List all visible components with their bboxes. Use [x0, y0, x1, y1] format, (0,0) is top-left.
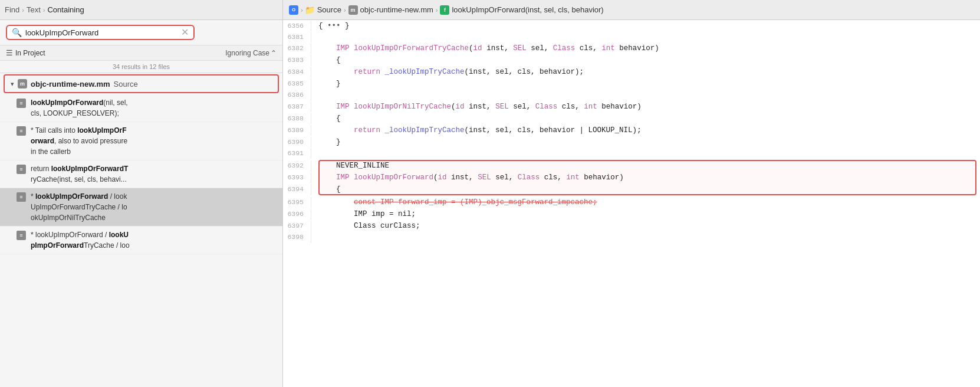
- line-number: 6381: [283, 32, 311, 42]
- code-line: 6390 }: [283, 136, 980, 148]
- sep-r2: ›: [344, 6, 346, 14]
- code-line: 6383 {: [283, 54, 980, 66]
- result-doc-icon: ≡: [17, 231, 26, 240]
- scope-case[interactable]: Ignoring Case ⌃: [225, 49, 277, 57]
- line-content: IMP lookUpImpOrNilTryCache(id inst, SEL …: [318, 101, 980, 113]
- code-line: 6385 }: [283, 78, 980, 90]
- results-list[interactable]: ▾ m objc-runtime-new.mm Source ≡ lookUpI…: [0, 73, 282, 387]
- line-number: 6391: [283, 148, 311, 159]
- line-number: 6382: [283, 43, 311, 54]
- result-text: * lookUpImpOrForward / lookUpImpOrForwar…: [31, 229, 130, 251]
- result-doc-icon: ≡: [17, 99, 26, 108]
- line-number: 6394: [283, 184, 311, 195]
- code-line: 6391: [283, 148, 980, 159]
- search-bar: 🔍 ✕: [0, 20, 282, 45]
- code-line: 6394 {: [283, 183, 976, 195]
- line-content: return _lookUpImpTryCache(inst, sel, cls…: [318, 66, 980, 78]
- highlight-region: 6392 NEVER_INLINE 6393 IMP lookUpImpOrFo…: [283, 160, 976, 195]
- search-input-wrap[interactable]: 🔍 ✕: [6, 25, 195, 40]
- breadcrumb-text[interactable]: Text: [27, 5, 41, 14]
- line-content: NEVER_INLINE: [318, 160, 976, 172]
- filename-label: objc-runtime-new.mm: [360, 5, 433, 14]
- scope-bar: ☰ In Project Ignoring Case ⌃: [0, 45, 282, 61]
- search-icon: 🔍: [12, 28, 22, 37]
- line-number: 6384: [283, 67, 311, 77]
- result-text: lookUpImpOrForward(nil, sel,cls, LOOKUP_…: [31, 97, 128, 119]
- code-editor-panel: 6356 { ••• } 6381 6382 IMP lookUpImpOrFo…: [283, 20, 980, 387]
- result-item[interactable]: ≡ * Tail calls into lookUpImpOrForward, …: [0, 122, 282, 160]
- search-input[interactable]: [25, 28, 177, 37]
- line-number: 6396: [283, 209, 311, 219]
- results-summary: 34 results in 12 files: [0, 61, 282, 73]
- code-line: 6395 const IMP forward_imp = (IMP)_objc_…: [283, 196, 980, 208]
- result-item[interactable]: ≡ * lookUpImpOrForward / lookUpImpOrForw…: [0, 188, 282, 227]
- file-group-header[interactable]: ▾ m objc-runtime-new.mm Source: [4, 74, 279, 93]
- line-number: 6389: [283, 125, 311, 136]
- line-content: {: [318, 183, 976, 195]
- search-results-panel: 🔍 ✕ ☰ In Project Ignoring Case ⌃ 34 resu…: [0, 20, 283, 387]
- breadcrumb-find[interactable]: Find: [5, 5, 19, 14]
- line-number: 6393: [283, 172, 311, 183]
- func-label: lookUpImpOrForward(inst, sel, cls, behav…: [452, 5, 603, 14]
- line-number: 6386: [283, 90, 311, 100]
- line-number: 6398: [283, 232, 311, 242]
- code-line: 6393 IMP lookUpImpOrForward(id inst, SEL…: [283, 172, 976, 183]
- folder-icon: 📁: [305, 5, 315, 15]
- m-icon: m: [348, 5, 358, 15]
- line-content: IMP lookUpImpOrForward(id inst, SEL sel,…: [318, 172, 976, 183]
- line-number: 6388: [283, 113, 311, 124]
- clear-icon[interactable]: ✕: [181, 28, 189, 37]
- line-content: { ••• }: [318, 20, 980, 32]
- scope-in-project[interactable]: ☰ In Project: [6, 48, 45, 57]
- line-content: const IMP forward_imp = (IMP)_objc_msgFo…: [318, 196, 980, 208]
- find-breadcrumb: Find › Text › Containing: [5, 5, 84, 14]
- objc-icon: O: [289, 5, 298, 15]
- code-rows-wrap: 6356 { ••• } 6381 6382 IMP lookUpImpOrFo…: [283, 20, 980, 243]
- result-doc-icon: ≡: [17, 192, 26, 202]
- line-number: 6387: [283, 101, 311, 112]
- sep-r1: ›: [301, 6, 303, 14]
- line-content: Class curClass;: [318, 220, 980, 232]
- code-line: 6381: [283, 32, 980, 42]
- line-number: 6385: [283, 78, 311, 89]
- line-content: {: [318, 113, 980, 124]
- result-text: * Tail calls into lookUpImpOrForward, al…: [31, 125, 127, 157]
- line-number: 6356: [283, 21, 311, 31]
- line-content: IMP imp = nil;: [318, 208, 980, 220]
- func-icon: f: [440, 5, 449, 15]
- result-item[interactable]: ≡ return lookUpImpOrForwardTryCache(inst…: [0, 160, 282, 188]
- sep-r3: ›: [436, 6, 438, 14]
- code-line: 6384 return _lookUpImpTryCache(inst, sel…: [283, 66, 980, 78]
- code-line: 6396 IMP imp = nil;: [283, 208, 980, 220]
- code-line: 6382 IMP lookUpImpOrForwardTryCache(id i…: [283, 42, 980, 54]
- result-item[interactable]: ≡ * lookUpImpOrForward / lookUpImpOrForw…: [0, 227, 282, 254]
- breadcrumb-right: O › 📁 Source › m objc-runtime-new.mm › f…: [283, 0, 980, 20]
- code-area[interactable]: 6356 { ••• } 6381 6382 IMP lookUpImpOrFo…: [283, 20, 980, 387]
- source-label: Source: [317, 5, 341, 14]
- code-line: 6392 NEVER_INLINE: [283, 160, 976, 172]
- result-text: return lookUpImpOrForwardTryCache(inst, …: [31, 163, 128, 185]
- breadcrumb-containing: Containing: [47, 5, 84, 14]
- sep2: ›: [43, 6, 45, 14]
- code-line: 6356 { ••• }: [283, 20, 980, 32]
- chevron-down-icon: ▾: [11, 80, 14, 88]
- code-line: 6388 {: [283, 113, 980, 124]
- scope-label: In Project: [15, 49, 45, 57]
- line-content: {: [318, 54, 980, 66]
- line-content: }: [318, 136, 980, 148]
- code-line: 6387 IMP lookUpImpOrNilTryCache(id inst,…: [283, 101, 980, 113]
- result-text: * lookUpImpOrForward / lookUpImpOrForwar…: [31, 191, 127, 223]
- case-chevron: ⌃: [271, 49, 277, 57]
- line-number: 6397: [283, 221, 311, 231]
- code-line: 6386: [283, 90, 980, 100]
- code-line: 6389 return _lookUpImpTryCache(inst, sel…: [283, 124, 980, 136]
- file-m-icon: m: [18, 79, 27, 88]
- result-item[interactable]: ≡ lookUpImpOrForward(nil, sel,cls, LOOKU…: [0, 94, 282, 122]
- line-content: }: [318, 78, 980, 90]
- line-number: 6392: [283, 160, 311, 171]
- code-line: 6398: [283, 232, 980, 242]
- result-doc-icon: ≡: [17, 165, 26, 174]
- breadcrumb-left: Find › Text › Containing: [0, 0, 283, 20]
- line-number: 6383: [283, 55, 311, 65]
- file-source: Source: [114, 80, 138, 88]
